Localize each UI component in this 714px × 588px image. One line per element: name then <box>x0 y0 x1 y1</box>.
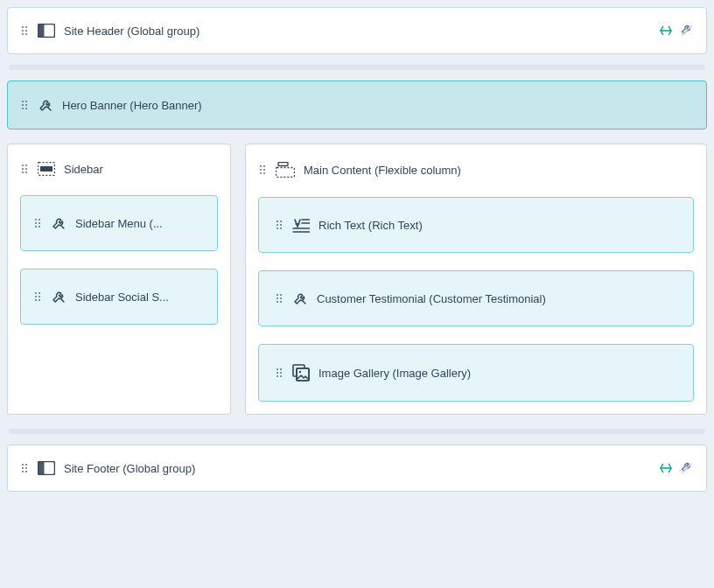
image-gallery-icon <box>292 364 310 382</box>
layout-footer-icon <box>38 461 55 475</box>
tools-icon <box>292 290 308 306</box>
module-label: Customer Testimonial (Customer Testimoni… <box>317 292 546 305</box>
module-label: Image Gallery (Image Gallery) <box>318 367 471 380</box>
sidebar-label: Sidebar <box>64 163 103 176</box>
main-content-column[interactable]: Main Content (Flexible column) Rich Text… <box>245 144 707 415</box>
section-icon <box>38 162 55 176</box>
recycle-icon[interactable] <box>659 24 673 38</box>
drag-handle-icon[interactable] <box>275 368 284 377</box>
module-label: Rich Text (Rich Text) <box>318 219 423 232</box>
tools-disabled-icon[interactable] <box>680 461 694 475</box>
flexible-column-icon <box>276 162 295 178</box>
site-header-block[interactable]: Site Header (Global group) <box>7 7 707 54</box>
hero-banner-label: Hero Banner (Hero Banner) <box>62 99 202 112</box>
module-label: Sidebar Social S... <box>75 290 169 304</box>
sidebar-social-module[interactable]: Sidebar Social S... <box>20 269 218 325</box>
divider <box>9 429 705 434</box>
svg-rect-4 <box>40 166 52 172</box>
site-footer-block[interactable]: Site Footer (Global group) <box>7 444 707 492</box>
rich-text-icon <box>292 217 310 233</box>
divider <box>9 65 705 70</box>
rich-text-module[interactable]: Rich Text (Rich Text) <box>258 197 694 253</box>
svg-point-15 <box>299 371 301 373</box>
drag-handle-icon[interactable] <box>258 165 267 174</box>
tools-icon <box>51 215 66 231</box>
drag-handle-icon[interactable] <box>33 219 42 228</box>
drag-handle-icon[interactable] <box>20 164 29 173</box>
svg-rect-5 <box>276 168 295 178</box>
module-label: Sidebar Menu (... <box>75 217 163 230</box>
tools-disabled-icon[interactable] <box>680 24 694 38</box>
drag-handle-icon[interactable] <box>20 26 29 35</box>
layout-header-icon <box>38 24 55 38</box>
drag-handle-icon[interactable] <box>275 294 284 303</box>
site-footer-label: Site Footer (Global group) <box>64 462 195 475</box>
drag-handle-icon[interactable] <box>33 292 42 301</box>
customer-testimonial-module[interactable]: Customer Testimonial (Customer Testimoni… <box>258 270 694 326</box>
hero-banner-block[interactable]: Hero Banner (Hero Banner) <box>7 80 707 130</box>
tools-icon <box>38 97 53 113</box>
image-gallery-module[interactable]: Image Gallery (Image Gallery) <box>258 344 694 402</box>
drag-handle-icon[interactable] <box>20 464 29 472</box>
svg-rect-6 <box>278 163 288 166</box>
site-header-label: Site Header (Global group) <box>64 24 200 38</box>
sidebar-column[interactable]: Sidebar Sidebar Menu (... <box>7 144 231 415</box>
recycle-icon[interactable] <box>659 461 673 475</box>
svg-rect-17 <box>38 462 45 475</box>
main-content-label: Main Content (Flexible column) <box>304 164 461 177</box>
drag-handle-icon[interactable] <box>275 220 284 229</box>
sidebar-menu-module[interactable]: Sidebar Menu (... <box>20 195 218 251</box>
tools-icon <box>51 289 66 304</box>
svg-rect-1 <box>38 24 45 38</box>
drag-handle-icon[interactable] <box>20 101 29 109</box>
